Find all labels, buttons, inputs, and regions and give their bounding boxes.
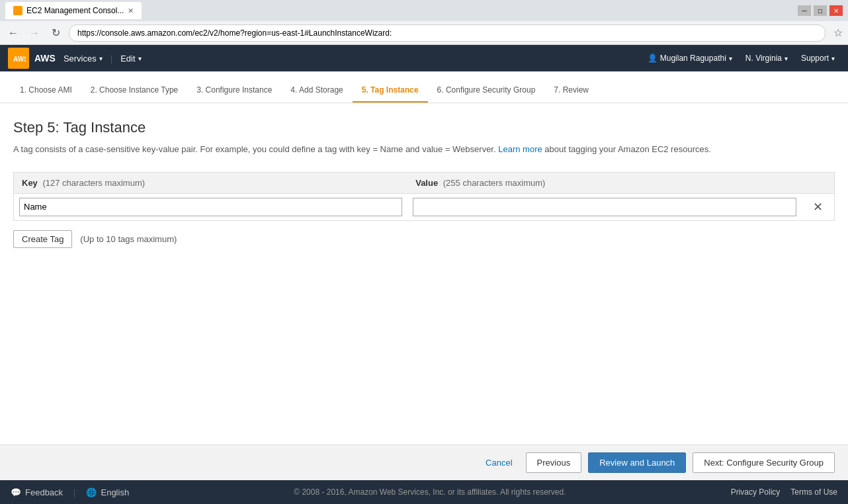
value-column-header: Value (255 characters maximum): [407, 172, 802, 193]
globe-icon: 🌐: [86, 487, 97, 497]
support-menu-button[interactable]: Support: [796, 51, 840, 65]
tab-review[interactable]: 7. Review: [544, 79, 598, 103]
copyright-text: © 2008 - 2016, Amazon Web Services, Inc.…: [129, 487, 731, 497]
wizard-tabs: 1. Choose AMI 2. Choose Instance Type 3.…: [0, 71, 848, 103]
browser-tab[interactable]: EC2 Management Consol... ✕: [5, 2, 142, 19]
main-content: Step 5: Tag Instance A tag consists of a…: [0, 103, 848, 444]
tab-close-icon[interactable]: ✕: [128, 7, 134, 15]
chat-icon: 💬: [11, 487, 21, 497]
delete-tag-button[interactable]: ✕: [812, 198, 824, 216]
aws-top-nav: AWS AWS Services | Edit 👤 Mugilan Ragupa…: [0, 45, 848, 71]
learn-more-link[interactable]: Learn more: [498, 144, 542, 154]
refresh-button[interactable]: ↻: [48, 25, 64, 41]
create-tag-hint: (Up to 10 tags maximum): [80, 234, 177, 244]
edit-menu-button[interactable]: Edit: [115, 51, 146, 66]
table-row: ✕: [14, 193, 835, 220]
tab-title: EC2 Management Consol...: [26, 6, 124, 15]
browser-title-bar: EC2 Management Consol... ✕ ─ □ ✕: [0, 0, 848, 21]
aws-nav-right: 👤 Mugilan Ragupathi N. Virginia Support: [642, 51, 840, 65]
aws-favicon-icon: [13, 6, 22, 15]
maximize-button[interactable]: □: [814, 5, 827, 16]
tab-choose-ami[interactable]: 1. Choose AMI: [11, 79, 81, 103]
forward-button[interactable]: →: [26, 25, 42, 41]
address-input[interactable]: [69, 24, 826, 42]
svg-text:AWS: AWS: [13, 56, 26, 63]
close-button[interactable]: ✕: [829, 5, 843, 16]
services-menu-button[interactable]: Services: [58, 51, 108, 66]
aws-brand-label: AWS: [34, 53, 56, 63]
window-controls: ─ □ ✕: [798, 5, 843, 16]
key-column-header: Key (127 characters maximum): [14, 172, 408, 193]
bottom-bar: 💬 Feedback | 🌐 English © 2008 - 2016, Am…: [0, 480, 848, 504]
page-title: Step 5: Tag Instance: [13, 119, 835, 136]
privacy-policy-link[interactable]: Privacy Policy: [731, 487, 781, 497]
feedback-item[interactable]: 💬 Feedback: [11, 487, 63, 497]
tag-table: Key (127 characters maximum) Value (255 …: [13, 172, 835, 221]
bottom-bar-right: Privacy Policy Terms of Use: [731, 487, 837, 497]
footer-nav: Cancel Previous Review and Launch Next: …: [0, 444, 848, 480]
user-menu-button[interactable]: 👤 Mugilan Ragupathi: [642, 51, 738, 65]
bottom-divider: |: [73, 487, 75, 497]
previous-button[interactable]: Previous: [526, 452, 582, 473]
create-tag-button[interactable]: Create Tag: [13, 230, 72, 248]
action-column-header: [802, 172, 835, 193]
next-button[interactable]: Next: Configure Security Group: [693, 452, 835, 473]
tab-add-storage[interactable]: 4. Add Storage: [281, 79, 352, 103]
minimize-button[interactable]: ─: [798, 5, 811, 16]
step-description: A tag consists of a case-sensitive key-v…: [13, 143, 835, 156]
bookmark-icon[interactable]: ☆: [833, 26, 843, 39]
bottom-bar-left: 💬 Feedback | 🌐 English: [11, 487, 129, 497]
tag-value-input[interactable]: [413, 198, 796, 216]
terms-of-use-link[interactable]: Terms of Use: [790, 487, 837, 497]
address-bar: ← → ↻ ☆: [0, 21, 848, 45]
back-button[interactable]: ←: [5, 25, 21, 41]
aws-logo: AWS: [8, 48, 29, 69]
cancel-button[interactable]: Cancel: [479, 454, 519, 472]
tab-configure-instance[interactable]: 3. Configure Instance: [187, 79, 281, 103]
tag-key-input[interactable]: [19, 198, 402, 216]
tab-tag-instance[interactable]: 5. Tag Instance: [353, 79, 428, 103]
language-item[interactable]: 🌐 English: [86, 487, 129, 497]
nav-separator-1: |: [110, 54, 112, 63]
tab-configure-security-group[interactable]: 6. Configure Security Group: [428, 79, 545, 103]
region-menu-button[interactable]: N. Virginia: [740, 51, 793, 65]
review-and-launch-button[interactable]: Review and Launch: [588, 452, 686, 473]
create-tag-row: Create Tag (Up to 10 tags maximum): [13, 230, 835, 248]
tab-choose-instance-type[interactable]: 2. Choose Instance Type: [81, 79, 188, 103]
svg-rect-0: [15, 7, 21, 14]
user-icon: 👤: [648, 54, 657, 63]
